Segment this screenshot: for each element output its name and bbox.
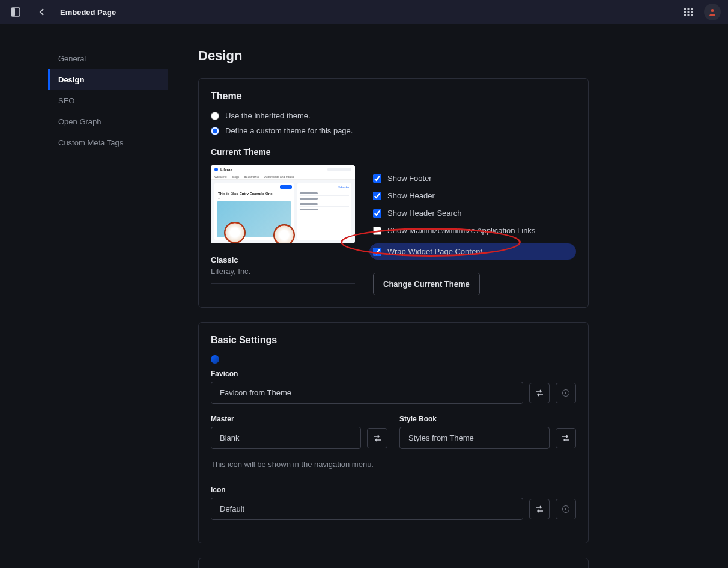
svg-point-11: [711, 9, 714, 12]
icon-clear-button[interactable]: [556, 499, 576, 519]
apps-grid-icon[interactable]: [680, 4, 697, 20]
icon-label: Icon: [211, 486, 576, 494]
check-show-header-search[interactable]: Show Header Search: [373, 209, 576, 218]
favicon-input[interactable]: [211, 382, 523, 404]
sidebar-item-custom-meta-tags[interactable]: Custom Meta Tags: [48, 132, 168, 153]
check-show-header[interactable]: Show Header: [373, 191, 576, 200]
back-icon[interactable]: [34, 4, 50, 20]
radio-custom[interactable]: Define a custom theme for this page.: [211, 126, 576, 135]
sidebar: General Design SEO Open Graph Custom Met…: [48, 48, 168, 568]
svg-rect-3: [688, 8, 690, 10]
check-show-footer[interactable]: Show Footer: [373, 174, 576, 183]
current-theme-heading: Current Theme: [211, 147, 576, 157]
sidebar-item-design[interactable]: Design: [48, 69, 168, 90]
theme-name: Classic: [211, 255, 355, 264]
master-change-button[interactable]: [367, 428, 387, 448]
sidebar-item-open-graph[interactable]: Open Graph: [48, 111, 168, 132]
radio-inherited[interactable]: Use the inherited theme.: [211, 111, 576, 120]
svg-rect-10: [691, 14, 693, 16]
icon-change-button[interactable]: [529, 499, 550, 519]
master-input[interactable]: [211, 427, 361, 449]
topbar-right: [680, 4, 721, 20]
favicon-preview-icon: [211, 355, 219, 364]
check-show-maximize[interactable]: Show Maximize/Minimize Application Links: [373, 226, 576, 235]
user-avatar-icon[interactable]: [704, 4, 721, 20]
main-wrap: General Design SEO Open Graph Custom Met…: [0, 24, 728, 568]
icon-hint: This icon will be shown in the navigatio…: [211, 460, 576, 469]
sidebar-toggle-icon[interactable]: [7, 4, 24, 20]
stylebook-change-button[interactable]: [556, 428, 576, 448]
theme-heading: Theme: [211, 91, 576, 102]
section-heading: Design: [198, 48, 589, 64]
check-wrap-widget[interactable]: Wrap Widget Page Content: [369, 243, 576, 260]
theme-preview-image: Liferay WelcomeBlogsBookmarksDocuments a…: [211, 165, 355, 243]
favicon-label: Favicon: [211, 370, 576, 378]
topbar: Embeded Page: [0, 0, 728, 24]
icon-input[interactable]: [211, 498, 523, 520]
svg-rect-2: [684, 8, 686, 10]
sidebar-item-seo[interactable]: SEO: [48, 90, 168, 111]
stylebook-input[interactable]: [399, 427, 550, 449]
theme-right: Show Footer Show Header Show Header Sear…: [373, 165, 576, 295]
favicon-change-button[interactable]: [529, 383, 550, 403]
theme-vendor: Liferay, Inc.: [211, 267, 355, 284]
customization-panel: Customization: [198, 558, 589, 568]
svg-rect-9: [688, 14, 690, 16]
topbar-left: Embeded Page: [7, 4, 116, 20]
svg-rect-4: [691, 8, 693, 10]
basic-heading: Basic Settings: [211, 335, 576, 346]
theme-panel: Theme Use the inherited theme. Define a …: [198, 78, 589, 308]
radio-custom-label: Define a custom theme for this page.: [225, 126, 353, 135]
svg-rect-5: [684, 11, 686, 13]
radio-inherited-label: Use the inherited theme.: [225, 111, 311, 120]
radio-inherited-input[interactable]: [211, 112, 219, 120]
svg-rect-6: [688, 11, 690, 13]
basic-settings-panel: Basic Settings Favicon Master Style Book: [198, 322, 589, 543]
theme-left: Liferay WelcomeBlogsBookmarksDocuments a…: [211, 165, 355, 295]
svg-rect-7: [691, 11, 693, 13]
favicon-clear-button[interactable]: [556, 383, 576, 403]
radio-custom-input[interactable]: [211, 127, 219, 135]
page-title: Embeded Page: [60, 8, 116, 17]
content: Design Theme Use the inherited theme. De…: [198, 48, 589, 568]
sidebar-item-general[interactable]: General: [48, 48, 168, 69]
theme-row: Liferay WelcomeBlogsBookmarksDocuments a…: [211, 165, 576, 295]
svg-rect-1: [11, 8, 15, 16]
svg-rect-8: [684, 14, 686, 16]
change-theme-button[interactable]: Change Current Theme: [373, 273, 480, 295]
master-label: Master: [211, 415, 387, 423]
stylebook-label: Style Book: [399, 415, 576, 423]
